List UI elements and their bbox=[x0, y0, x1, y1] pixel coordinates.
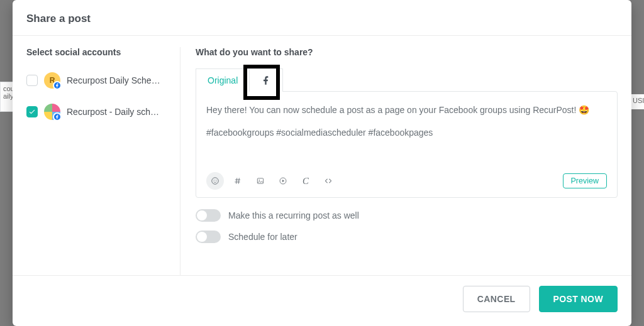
account-checkbox[interactable] bbox=[26, 75, 38, 86]
canva-c-icon: C bbox=[303, 176, 309, 187]
video-button[interactable] bbox=[274, 172, 292, 190]
account-checkbox[interactable] bbox=[26, 106, 38, 117]
compose-panel: What do you want to share? Original Hey … bbox=[180, 47, 618, 275]
modal-title: Share a post bbox=[13, 0, 631, 36]
toggle-schedule[interactable] bbox=[196, 231, 221, 243]
embed-button[interactable] bbox=[319, 172, 337, 190]
account-row[interactable]: R Recurpost Daily Schedul… bbox=[26, 68, 170, 100]
tab-original[interactable]: Original bbox=[196, 68, 250, 92]
code-icon bbox=[324, 177, 333, 185]
toggle-recurring-label: Make this a recurring post as well bbox=[228, 210, 359, 220]
post-line-hashtags: #facebookgroups #socialmediascheduler #f… bbox=[206, 126, 607, 139]
account-name: Recurpost Daily Schedul… bbox=[67, 75, 161, 85]
hashtag-icon bbox=[233, 177, 242, 185]
facebook-badge-icon bbox=[53, 112, 62, 121]
post-line: Hey there! You can now schedule a post a… bbox=[206, 103, 607, 117]
canva-button[interactable]: C bbox=[297, 172, 314, 190]
hashtag-button[interactable] bbox=[229, 172, 247, 190]
svg-point-4 bbox=[258, 180, 260, 181]
toggle-recurring-row: Make this a recurring post as well bbox=[196, 209, 618, 222]
modal-footer: CANCEL POST NOW bbox=[13, 275, 631, 326]
cancel-button[interactable]: CANCEL bbox=[463, 286, 530, 312]
background-fragment-right: USI bbox=[630, 94, 644, 109]
post-text-area[interactable]: Hey there! You can now schedule a post a… bbox=[206, 103, 607, 168]
page-backdrop: cou aily USI Share a post Select social … bbox=[0, 0, 644, 326]
svg-point-2 bbox=[216, 180, 216, 180]
facebook-badge-icon bbox=[53, 81, 62, 90]
emoji-button[interactable] bbox=[206, 172, 224, 190]
account-name: Recurpost - Daily schedu… bbox=[67, 107, 161, 117]
accounts-panel: Select social accounts R Recurpost Daily… bbox=[26, 47, 180, 275]
tab-facebook[interactable] bbox=[249, 68, 283, 92]
post-now-button[interactable]: POST NOW bbox=[539, 286, 618, 312]
image-button[interactable] bbox=[252, 172, 269, 190]
emoji-icon bbox=[211, 177, 219, 185]
editor-toolbar: C Preview bbox=[206, 172, 607, 190]
modal-body: Select social accounts R Recurpost Daily… bbox=[13, 36, 631, 275]
post-editor[interactable]: Hey there! You can now schedule a post a… bbox=[196, 91, 618, 198]
compose-panel-title: What do you want to share? bbox=[196, 47, 618, 57]
toggle-recurring[interactable] bbox=[196, 209, 221, 222]
svg-point-0 bbox=[212, 178, 219, 185]
toggle-schedule-row: Schedule for later bbox=[196, 231, 618, 243]
facebook-icon bbox=[261, 75, 271, 85]
compose-tabs: Original bbox=[196, 68, 618, 92]
toggle-schedule-label: Schedule for later bbox=[228, 232, 297, 242]
svg-rect-3 bbox=[257, 178, 263, 183]
svg-point-1 bbox=[214, 180, 214, 180]
play-circle-icon bbox=[279, 177, 287, 185]
account-row[interactable]: Recurpost - Daily schedu… bbox=[26, 100, 170, 131]
account-avatar bbox=[44, 104, 60, 120]
accounts-panel-title: Select social accounts bbox=[26, 47, 170, 57]
share-post-modal: Share a post Select social accounts R Re… bbox=[13, 0, 631, 326]
image-icon bbox=[256, 177, 265, 185]
account-avatar: R bbox=[44, 72, 60, 89]
preview-button[interactable]: Preview bbox=[563, 173, 607, 188]
